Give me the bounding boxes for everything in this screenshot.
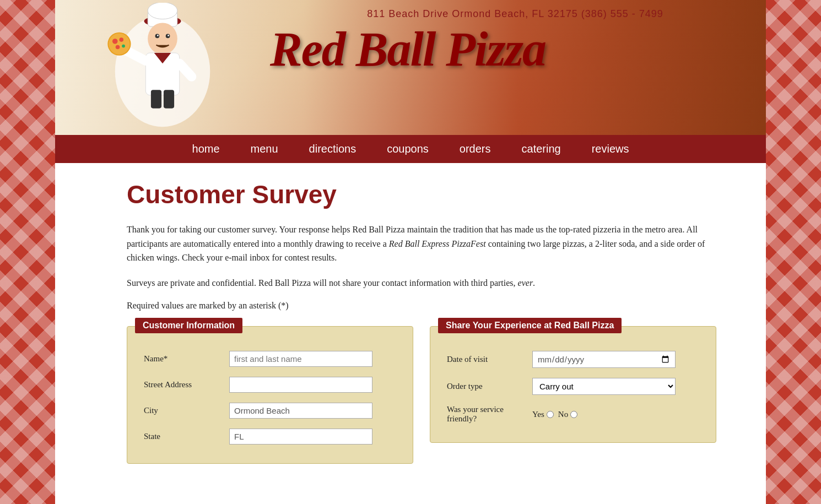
street-address-label: Street Address: [141, 375, 226, 395]
table-row: Name*: [141, 349, 399, 369]
table-row: Was your service friendly? Yes No: [444, 403, 703, 426]
header: 811 Beach Drive Ormond Beach, FL 32175 (…: [55, 0, 766, 135]
svg-point-7: [157, 35, 159, 36]
svg-point-3: [148, 3, 177, 19]
city-label: City: [141, 400, 226, 421]
required-note: Required values are marked by an asteris…: [127, 301, 738, 311]
state-label: State: [141, 426, 226, 447]
nav-item-orders[interactable]: orders: [444, 135, 506, 163]
table-row: Order type Carry out Dine in Delivery: [444, 376, 703, 397]
customer-information-section: Customer Information Name* Street Addres…: [127, 326, 413, 464]
date-of-visit-input[interactable]: [532, 351, 676, 368]
experience-section-header: Share Your Experience at Red Ball Pizza: [438, 318, 622, 333]
intro-paragraph-1: Thank you for taking our customer survey…: [127, 223, 733, 265]
nav-item-coupons[interactable]: coupons: [371, 135, 444, 163]
customer-section-header: Customer Information: [135, 318, 242, 333]
nav-item-catering[interactable]: catering: [506, 135, 576, 163]
experience-form-table: Date of visit Order type Carry out Dine …: [444, 343, 703, 431]
header-text-area: 811 Beach Drive Ormond Beach, FL 32175 (…: [270, 8, 760, 74]
header-address: 811 Beach Drive Ormond Beach, FL 32175 (…: [270, 8, 760, 20]
svg-point-12: [109, 34, 129, 55]
main-nav: home menu directions coupons orders cate…: [55, 135, 766, 163]
nav-bar: home menu directions coupons orders cate…: [55, 135, 766, 163]
state-input[interactable]: [229, 429, 372, 445]
service-friendly-no-label: No: [558, 410, 577, 419]
table-row: Date of visit: [444, 349, 703, 370]
header-logo: Red Ball Pizza: [270, 25, 760, 74]
intro-paragraph-2: Surveys are private and confidential. Re…: [127, 276, 733, 290]
svg-point-16: [122, 45, 125, 48]
service-friendly-label: Was your service friendly?: [444, 403, 529, 426]
city-input[interactable]: [229, 403, 372, 419]
nav-item-reviews[interactable]: reviews: [576, 135, 645, 163]
nav-item-directions[interactable]: directions: [294, 135, 372, 163]
svg-rect-18: [151, 90, 161, 109]
table-row: City: [141, 400, 399, 421]
order-type-label: Order type: [444, 376, 529, 397]
service-friendly-yes-label: Yes: [532, 410, 554, 419]
svg-point-15: [116, 45, 120, 50]
svg-point-14: [119, 37, 123, 42]
customer-form-table: Name* Street Address City: [141, 343, 399, 452]
chef-illustration: [107, 3, 229, 132]
form-sections: Customer Information Name* Street Addres…: [127, 326, 738, 464]
main-content: Customer Survey Thank you for taking our…: [55, 163, 766, 486]
svg-point-4: [148, 23, 177, 54]
page-wrapper: 811 Beach Drive Ormond Beach, FL 32175 (…: [55, 0, 766, 504]
table-row: State: [141, 426, 399, 447]
svg-point-13: [112, 39, 118, 44]
svg-point-8: [168, 35, 169, 36]
service-friendly-yes-radio[interactable]: [547, 411, 554, 418]
date-of-visit-label: Date of visit: [444, 349, 529, 370]
service-friendly-radio-group: Yes No: [532, 410, 699, 419]
nav-item-home[interactable]: home: [177, 135, 235, 163]
table-row: Street Address: [141, 375, 399, 395]
experience-section: Share Your Experience at Red Ball Pizza …: [430, 326, 716, 443]
order-type-select[interactable]: Carry out Dine in Delivery: [532, 378, 676, 395]
street-address-input[interactable]: [229, 377, 372, 393]
svg-rect-19: [164, 90, 174, 109]
name-label: Name*: [141, 349, 226, 369]
name-input[interactable]: [229, 351, 372, 367]
nav-item-menu[interactable]: menu: [235, 135, 294, 163]
service-friendly-no-radio[interactable]: [570, 411, 577, 418]
page-title: Customer Survey: [127, 180, 738, 209]
